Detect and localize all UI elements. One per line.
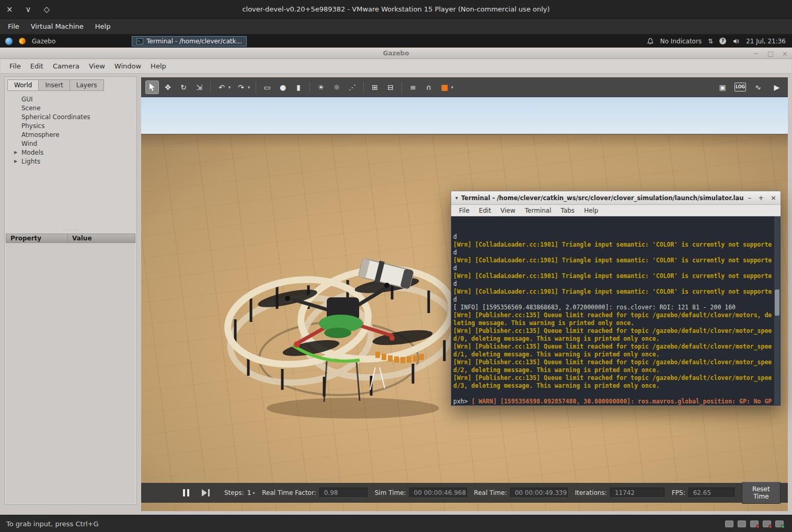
video-record-button[interactable]: ▶: [770, 80, 784, 94]
tree-item[interactable]: ▶ Atmosphere: [6, 130, 135, 139]
tree-item[interactable]: ▶ Spherical Coordinates: [6, 112, 135, 121]
value-column-header[interactable]: Value: [68, 234, 96, 242]
toolbar-separator[interactable]: [363, 82, 364, 93]
real-time-field[interactable]: 00 00:00:49.339: [510, 488, 568, 498]
gazebo-titlebar[interactable]: Gazebo − □ ×: [0, 48, 792, 59]
close-icon[interactable]: ×: [782, 50, 788, 57]
property-table-body[interactable]: [6, 243, 135, 503]
tree-item[interactable]: ▶ Scene: [6, 103, 135, 112]
paste-button[interactable]: ⊟: [384, 80, 397, 94]
clover-drone-model[interactable]: [220, 236, 465, 424]
undo-history-caret[interactable]: ▾: [227, 80, 232, 94]
gazebo-menu-item[interactable]: Edit: [26, 60, 48, 72]
property-column-header[interactable]: Property: [6, 234, 68, 242]
vmware-menu-item[interactable]: File: [2, 20, 25, 32]
network-arrows-icon[interactable]: ⇅: [708, 38, 713, 45]
fps-field[interactable]: 62.65: [688, 488, 734, 498]
terminal-menu-item[interactable]: Edit: [474, 206, 496, 215]
gazebo-menu-item[interactable]: Help: [146, 60, 171, 72]
toolbar-separator[interactable]: [256, 82, 256, 93]
real-time-factor-field[interactable]: 0.98: [319, 488, 368, 498]
bell-icon[interactable]: [647, 38, 654, 45]
snap-tool[interactable]: ∩: [422, 80, 435, 94]
gazebo-menu-item[interactable]: View: [84, 60, 110, 72]
step-button[interactable]: [202, 489, 210, 496]
close-icon[interactable]: ×: [771, 194, 776, 202]
display-indicator[interactable]: [725, 521, 733, 527]
terminal-window: ▾ Terminal - /home/clever/catkin_ws/src/…: [451, 191, 781, 406]
clock[interactable]: 21 Jul, 21:36: [746, 38, 786, 45]
minimize-icon[interactable]: −: [753, 50, 759, 57]
network-indicator[interactable]: [750, 521, 759, 527]
terminal-output[interactable]: d[Wrn] [ColladaLoader.cc:1901] Triangle …: [451, 216, 780, 406]
terminal-menu-item[interactable]: View: [496, 206, 520, 215]
app-launcher-icon[interactable]: [5, 38, 13, 45]
usb-indicator[interactable]: [763, 521, 771, 527]
tree-item[interactable]: ▶ Lights: [6, 157, 135, 166]
taskbar-app-gazebo[interactable]: Gazebo: [32, 38, 55, 45]
spot-light-tool[interactable]: ☼: [330, 80, 343, 94]
align-tool[interactable]: ≡: [406, 80, 420, 94]
vmware-menu-item[interactable]: Virtual Machine: [25, 20, 89, 32]
scale-tool[interactable]: ⇲: [192, 80, 206, 94]
window-menu-icon[interactable]: ▾: [455, 195, 458, 201]
tree-item[interactable]: ▶ Wind: [6, 139, 135, 148]
chevron-down-icon[interactable]: ▾: [252, 491, 255, 495]
log-record-button[interactable]: LOG: [734, 83, 746, 91]
redo-history-caret[interactable]: ▾: [246, 80, 251, 94]
gazebo-menu-item[interactable]: Window: [110, 60, 146, 72]
maximize-icon[interactable]: □: [767, 50, 774, 57]
box-tool[interactable]: ▭: [260, 80, 274, 94]
terminal-titlebar[interactable]: ▾ Terminal - /home/clever/catkin_ws/src/…: [451, 191, 780, 205]
sphere-tool[interactable]: ●: [276, 80, 290, 94]
volume-icon[interactable]: [732, 38, 740, 45]
steps-stepper[interactable]: 1▾: [247, 489, 255, 496]
directional-light-tool[interactable]: ⋰: [346, 80, 359, 94]
tree-item[interactable]: ▶ Models: [6, 148, 135, 157]
gazebo-left-panel: WorldInsertLayers ▶ GUI ▶ Scene ▶ Spheri…: [4, 76, 137, 505]
terminal-menu-item[interactable]: Help: [579, 206, 603, 215]
iterations-field[interactable]: 11742: [610, 488, 664, 498]
panel-tab[interactable]: World: [7, 79, 39, 91]
panel-tab[interactable]: Layers: [70, 79, 104, 91]
gazebo-logo-icon[interactable]: [19, 38, 26, 44]
expand-arrow-icon[interactable]: ▶: [14, 150, 20, 155]
vmware-titlebar: × ∨ ◇ clover-devel-v0.20+5e989382 - VMwa…: [0, 0, 792, 19]
point-light-tool[interactable]: ☀: [314, 80, 328, 94]
terminal-menu-item[interactable]: File: [454, 206, 474, 215]
tree-item[interactable]: ▶ Physics: [6, 121, 135, 130]
plot-button[interactable]: ∿: [751, 80, 765, 94]
toolbar-separator[interactable]: [309, 82, 310, 93]
rotate-tool[interactable]: ↻: [177, 80, 190, 94]
minimize-icon[interactable]: –: [748, 194, 752, 202]
screenshot-button[interactable]: ▣: [716, 80, 729, 94]
maximize-icon[interactable]: +: [758, 194, 764, 202]
pause-button[interactable]: [183, 489, 189, 496]
toolbar-separator[interactable]: [401, 82, 402, 93]
cylinder-tool[interactable]: ▮: [292, 80, 305, 94]
gazebo-toolbar: ✥↻⇲↶▾↷▾▭●▮☀☼⋰⊞⊟≡∩■▾ ▣LOG∿▶: [141, 77, 788, 97]
reset-time-button[interactable]: Reset Time: [742, 482, 780, 504]
panel-splitter[interactable]: ······: [5, 227, 136, 233]
toolbar-separator[interactable]: [210, 82, 211, 93]
copy-button[interactable]: ⊞: [368, 80, 382, 94]
sound-indicator[interactable]: [775, 521, 784, 527]
hard-disk-indicator[interactable]: [738, 521, 746, 527]
help-icon[interactable]: ?: [719, 38, 726, 44]
tree-item[interactable]: ▶ GUI: [6, 95, 135, 103]
gazebo-menu-item[interactable]: Camera: [48, 60, 84, 72]
vmware-menu-item[interactable]: Help: [89, 20, 117, 32]
panel-tab[interactable]: Insert: [38, 79, 70, 91]
terminal-menu-item[interactable]: Terminal: [520, 206, 556, 215]
select-tool[interactable]: [145, 80, 159, 94]
real-time-label: Real Time:: [474, 489, 507, 496]
terminal-menu-item[interactable]: Tabs: [556, 206, 580, 215]
taskbar-button-terminal[interactable]: >_ Terminal - /home/clever/catk...: [132, 36, 247, 47]
translate-tool[interactable]: ✥: [161, 80, 175, 94]
gazebo-menu-item[interactable]: File: [5, 60, 26, 72]
scrollbar-thumb[interactable]: [775, 290, 779, 316]
view-angle-caret[interactable]: ▾: [450, 80, 455, 94]
terminal-scrollbar[interactable]: [774, 216, 780, 405]
sim-time-field[interactable]: 00 00:00:46.968: [409, 488, 467, 498]
expand-arrow-icon[interactable]: ▶: [14, 159, 20, 164]
